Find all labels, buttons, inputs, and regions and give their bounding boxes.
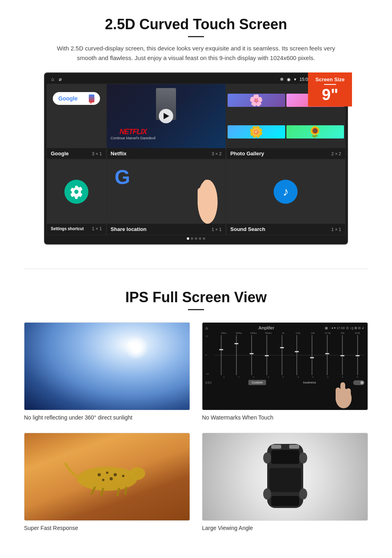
home-icon[interactable]: ⌂: [51, 76, 54, 82]
svg-rect-29: [289, 445, 299, 449]
screen-size-badge: Screen Size 9": [308, 72, 352, 106]
eq-y-0: 0: [206, 354, 213, 356]
features-grid: No light reflecting under 360° direct su…: [24, 322, 368, 531]
eq-y-10: 10: [206, 335, 213, 337]
google-logo: Google: [58, 95, 78, 102]
svg-point-15: [106, 472, 108, 474]
feature-sunlight: No light reflecting under 360° direct su…: [24, 322, 190, 421]
feature-car-image: [202, 433, 368, 521]
eq-num-4: 4: [232, 376, 246, 378]
amp-header: ⌂ Amplifier ▦ ·· ♦ ▾ 17:33 ⊡ ◁) ⊠ ⊟ ↲: [206, 326, 364, 330]
status-bar: ⌂ ⌀ ✻ ◉ ▾ 15:06 ⊡ ◁) ⊠ ⬜: [46, 75, 346, 84]
flower-icon-4: 🌻: [286, 125, 344, 138]
app-cell-netflix[interactable]: NETFLIX Continue Marvel's Daredevil Netf…: [106, 84, 226, 159]
share-label-row: Share location 1 × 1: [107, 224, 226, 235]
amp-custom-btn[interactable]: Custom: [248, 380, 266, 385]
hand-pointing-icon: [194, 172, 222, 224]
dot-5: [203, 237, 205, 240]
eq-label-10: SUB: [350, 332, 364, 334]
settings-app-name: Settings shortcut: [51, 227, 84, 231]
gear-icon: [69, 185, 84, 199]
music-note-icon: ♪: [283, 185, 289, 199]
svg-rect-2: [198, 188, 204, 206]
sunlight-bg: [24, 323, 190, 410]
eq-num-neg3: -3: [291, 376, 305, 378]
cheetah-svg: [63, 457, 151, 497]
app-cell-settings[interactable]: Settings shortcut 1 × 1: [46, 159, 106, 235]
feature-cheetah: Super Fast Response: [24, 433, 190, 531]
feature-car: Large Viewing Angle: [202, 433, 368, 531]
section2-title: IPS Full Screen View: [24, 289, 368, 306]
usb-icon: ⌀: [59, 76, 62, 82]
share-app-size: 1 × 1: [212, 227, 222, 232]
eq-num-0d: 0: [306, 376, 320, 378]
eq-labels: 60hz 100hz 200hz 500hz 1k 2.5k 10k 12.5k…: [206, 332, 364, 334]
cheetah-visual: [24, 433, 190, 520]
g-logo-icon: G: [115, 166, 130, 189]
settings-icon-bg: [64, 180, 88, 204]
svg-point-19: [122, 475, 124, 477]
eq-label-9: 15k: [336, 332, 350, 334]
google-search-bar[interactable]: Google: [53, 92, 100, 105]
svg-rect-21: [271, 450, 299, 464]
amp-status-icons: ▦ ·· ♦ ▾ 17:33 ⊡ ◁) ⊠ ⊟ ↲: [325, 326, 364, 330]
eq-label-2: 100hz: [232, 332, 246, 334]
car-svg: [259, 436, 311, 516]
eq-num-0: 0: [246, 376, 260, 378]
eq-sliders-area: 10 0 -10: [206, 335, 364, 375]
amp-title: Amplifier: [259, 326, 274, 330]
app-cell-google[interactable]: Google Google 3 × 1: [46, 84, 106, 159]
google-app-size: 3 × 1: [92, 151, 102, 156]
badge-size: 9": [322, 86, 338, 103]
hand-on-screen: [332, 376, 356, 410]
eq-label-4: 500hz: [261, 332, 275, 334]
feature-cheetah-image: [24, 433, 190, 521]
amp-home-icon: ⌂: [206, 326, 208, 330]
amp-right-icons: ⊡ ◁) ⊠ ⊟ ↲: [346, 326, 364, 330]
app-cell-share[interactable]: G Sha: [106, 159, 226, 235]
svg-point-25: [299, 452, 307, 464]
eq-label-1: 60hz: [217, 332, 231, 334]
settings-label-row: Settings shortcut 1 × 1: [47, 224, 106, 233]
amplifier-screen: ⌂ Amplifier ▦ ·· ♦ ▾ 17:33 ⊡ ◁) ⊠ ⊟ ↲ 60…: [202, 323, 368, 410]
netflix-app-size: 3 × 2: [212, 151, 222, 156]
google-app-name: Google: [51, 151, 69, 157]
page-divider: [24, 269, 368, 269]
netflix-play-button[interactable]: [159, 109, 173, 123]
flower-icon-1: 🌸: [228, 94, 285, 107]
device-screen: ⌂ ⌀ ✻ ◉ ▾ 15:06 ⊡ ◁) ⊠ ⬜: [46, 75, 346, 242]
settings-app-size: 1 × 1: [92, 226, 102, 231]
eq-num-3: 3: [217, 376, 231, 378]
svg-rect-6: [336, 387, 340, 401]
settings-cell-inner: [47, 160, 106, 224]
svg-rect-1: [204, 180, 210, 204]
status-bar-left: ⌂ ⌀: [51, 76, 62, 82]
eq-num-0b: 0: [261, 376, 275, 378]
app-cell-sound[interactable]: ♪ Sound Search 1 × 1: [226, 159, 346, 235]
dot-4: [199, 237, 201, 240]
bluetooth-icon: ✻: [280, 77, 284, 82]
svg-rect-23: [271, 496, 299, 506]
svg-point-17: [102, 479, 104, 481]
eq-y-neg10: -10: [206, 373, 213, 375]
svg-point-18: [110, 477, 113, 480]
amp-time: ▦ ·· ♦ ▾ 17:33: [325, 326, 344, 330]
feature-amplifier-image: ⌂ Amplifier ▦ ·· ♦ ▾ 17:33 ⊡ ◁) ⊠ ⊟ ↲ 60…: [202, 322, 368, 410]
sun-glow: [124, 336, 148, 360]
section1-description: With 2.5D curved-display screen, this de…: [56, 44, 336, 63]
netflix-logo-area: NETFLIX Continue Marvel's Daredevil: [111, 128, 156, 140]
cheetah-label: Super Fast Response: [24, 525, 190, 531]
curved-screen-section: 2.5D Curved Touch Screen With 2.5D curve…: [0, 0, 392, 257]
netflix-app-name: Netflix: [111, 151, 127, 157]
gallery-thumb-4: 🌻: [286, 125, 344, 138]
svg-line-13: [125, 487, 126, 495]
amp-prev-icon: |◁◁: [206, 381, 211, 384]
badge-divider: [324, 84, 336, 85]
svg-point-9: [129, 467, 145, 480]
share-cell-inner: G: [107, 160, 226, 224]
play-triangle-icon: [164, 113, 169, 119]
svg-point-8: [77, 467, 137, 491]
svg-point-24: [263, 452, 271, 464]
dot-1: [187, 237, 189, 240]
car-visual: [202, 433, 368, 520]
